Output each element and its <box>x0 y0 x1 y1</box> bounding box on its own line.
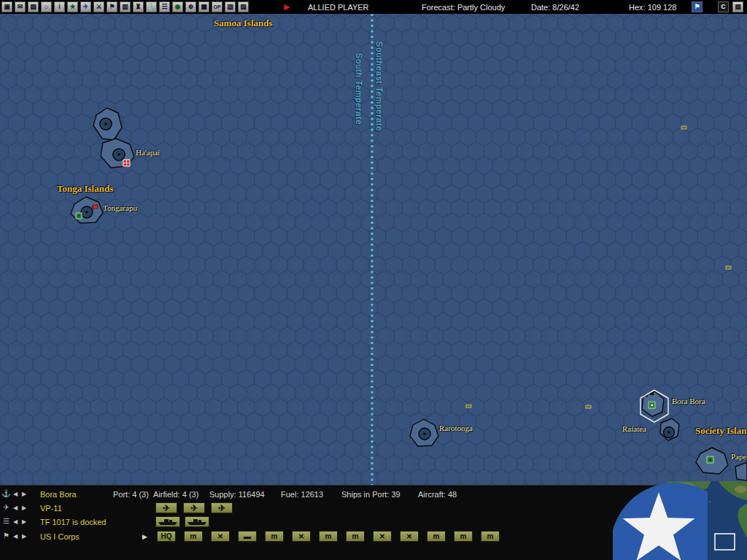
region-label-society: Society Islands <box>695 425 747 437</box>
air-group-name[interactable]: VP-11 <box>40 504 62 513</box>
ships-in-port-stat: Ships in Port: 39 <box>341 490 400 499</box>
ground-unit-counter[interactable]: ✕ <box>400 531 419 542</box>
enemy-marker-icon[interactable] <box>123 160 130 166</box>
ground-unit-row: ◀ ▶ US I Corps ▶ HQ m ✕ ▬ m ✕ m m ✕ ✕ m … <box>0 531 665 544</box>
ship-unit-counter[interactable] <box>155 516 180 527</box>
ship-silhouette-icon <box>187 518 207 526</box>
intel-icon[interactable]: ♜ <box>133 1 144 12</box>
ground-unit-counter[interactable]: m <box>454 531 473 542</box>
pacific-overview-minimap[interactable] <box>667 481 747 560</box>
place-label-bora-bora: Bora Bora <box>672 397 705 405</box>
ground-unit-counter[interactable]: ▬ <box>238 531 257 542</box>
next-base-button[interactable]: ▶ <box>22 491 26 497</box>
place-label-rarotonga: Rarotonga <box>439 424 473 432</box>
map-shade-icon[interactable]: ▧ <box>225 1 236 12</box>
prev-base-button[interactable]: ◀ <box>13 491 18 497</box>
region-label-samoa: Samoa Islands <box>214 18 273 29</box>
forecast-label: Forecast: Partly Cloudy <box>422 3 505 12</box>
port-icon <box>707 456 713 463</box>
globe-icon[interactable]: ◉ <box>172 1 183 12</box>
air-group-row: ◀ ▶ VP-11 ✈ ✈ ✈ <box>0 502 665 516</box>
ground-unit-counter[interactable]: m <box>265 531 284 542</box>
new-zealand <box>698 537 701 542</box>
toolbar-icons: ▣ ✉ ▤ ⌂ i ★ ✈ ⚔ ⚑ ▥ ♜ ⚓ ☰ ◉ ⊕ ▦ OP ▧ ▨ ▶ <box>1 1 293 12</box>
info-panel: ⚓ ✈ ☰ ⚑ ◀ ▶ Bora Bora Port: 4 (3) Airfie… <box>0 485 747 560</box>
info-icon[interactable]: i <box>54 1 65 12</box>
save-icon[interactable]: ▤ <box>28 1 39 12</box>
region-label-tonga: Tonga Islands <box>57 183 113 195</box>
port-icon <box>76 213 82 219</box>
victory-star-icon[interactable]: ★ <box>67 1 78 12</box>
aircraft-unit-counter[interactable]: ✈ <box>155 502 177 513</box>
plane-silhouette-icon: ✈ <box>163 504 170 513</box>
map-mode-button[interactable]: ▤ <box>732 1 743 12</box>
next-ground-button[interactable]: ▶ <box>22 533 26 540</box>
ground-unit-counter[interactable]: m <box>184 531 203 542</box>
combat-icon[interactable]: ⚔ <box>93 1 104 12</box>
ground-unit-name[interactable]: US I Corps <box>40 532 80 541</box>
atoll-markers[interactable] <box>466 126 731 408</box>
operations-icon[interactable]: OP <box>212 1 222 12</box>
prev-ground-button[interactable]: ◀ <box>13 533 18 540</box>
objectives-flag-icon[interactable]: ⚑ <box>107 1 117 12</box>
plane-silhouette-icon: ✈ <box>190 504 198 513</box>
rarotonga-island-group[interactable] <box>410 419 438 446</box>
haapai-island-group[interactable] <box>93 108 134 168</box>
ground-unit-counter[interactable]: m <box>319 531 338 542</box>
grid-icon[interactable]: ▦ <box>198 1 209 12</box>
combat-replay-button[interactable]: C <box>718 1 729 12</box>
air-ops-icon[interactable]: ✈ <box>80 1 91 12</box>
ground-unit-counter[interactable]: m <box>427 531 446 542</box>
bora-bora-island-group[interactable] <box>640 390 668 422</box>
mail-icon[interactable]: ✉ <box>15 1 26 12</box>
port-stat: Port: 4 (3) <box>113 490 149 499</box>
ground-unit-counter[interactable]: ✕ <box>373 531 392 542</box>
place-label-haapai: Ha'apai <box>136 148 160 157</box>
ground-unit-counter[interactable]: ✕ <box>292 531 311 542</box>
hex-map[interactable]: Samoa Islands Ha'apai Tonga Islands Tong… <box>0 14 747 485</box>
ground-unit-counter[interactable]: m <box>346 531 365 542</box>
zone-label-south-temperate: South Temperate <box>355 53 363 125</box>
map-features[interactable] <box>0 14 747 485</box>
ship-marker-icon <box>650 393 654 395</box>
home-icon[interactable]: ⌂ <box>41 1 52 12</box>
fuel-stat: Fuel: 12613 <box>281 490 323 499</box>
map-layers-icon[interactable]: ▨ <box>238 1 249 12</box>
plane-silhouette-icon: ✈ <box>218 504 225 513</box>
aircraft-stat: Aircraft: 48 <box>418 490 457 499</box>
place-label-papeete: Papeete <box>731 452 747 461</box>
prev-airgroup-button[interactable]: ◀ <box>13 505 18 511</box>
base-info-row: ◀ ▶ Bora Bora Port: 4 (3) Airfield: 4 (3… <box>0 489 665 502</box>
place-label-tongarapu: Tongarapu <box>103 203 137 212</box>
next-tf-button[interactable]: ▶ <box>22 518 26 525</box>
zone-label-southeast-temperate: Southeast Temperate <box>375 42 384 131</box>
end-turn-arrow-icon[interactable]: ▶ <box>282 1 293 12</box>
world-icon[interactable]: ⊕ <box>185 1 196 12</box>
next-airgroup-button[interactable]: ▶ <box>22 505 26 511</box>
hex-coordinates-readout: Hex: 109 128 <box>629 3 676 12</box>
ground-unit-counter[interactable]: HQ <box>157 531 176 542</box>
supply-stat: Supply: 116494 <box>209 490 265 499</box>
place-label-raiatea: Raiatea <box>622 424 646 433</box>
ship-unit-counter[interactable] <box>185 516 209 527</box>
base-name[interactable]: Bora Bora <box>40 490 77 499</box>
ground-unit-counter[interactable]: ✕ <box>211 531 230 542</box>
prev-tf-button[interactable]: ◀ <box>13 518 18 525</box>
expand-units-arrow[interactable]: ▶ <box>142 533 147 540</box>
port-icon <box>649 402 655 408</box>
tongarapu-island-group[interactable] <box>71 197 103 223</box>
date-label: Date: 8/26/42 <box>531 3 579 12</box>
top-menu-bar: ▣ ✉ ▤ ⌂ i ★ ✈ ⚔ ⚑ ▥ ♜ ⚓ ☰ ◉ ⊕ ▦ OP ▧ ▨ ▶… <box>0 0 747 14</box>
allied-flag-icon[interactable]: ⚑ <box>692 1 703 12</box>
aircraft-unit-counter[interactable]: ✈ <box>211 502 233 513</box>
orders-list-icon[interactable]: ☰ <box>159 1 170 12</box>
task-force-status[interactable]: TF 1017 is docked <box>40 518 107 526</box>
menu-icon[interactable]: ▣ <box>1 1 12 12</box>
reports-icon[interactable]: ▥ <box>120 1 131 12</box>
aircraft-unit-counter[interactable]: ✈ <box>183 502 205 513</box>
raiatea-island-group[interactable] <box>660 419 679 440</box>
ground-unit-counter[interactable]: m <box>481 531 500 542</box>
task-force-row: ◀ ▶ TF 1017 is docked <box>0 516 665 529</box>
player-label: ALLIED PLAYER <box>308 3 369 12</box>
naval-ops-icon[interactable]: ⚓ <box>146 1 157 12</box>
